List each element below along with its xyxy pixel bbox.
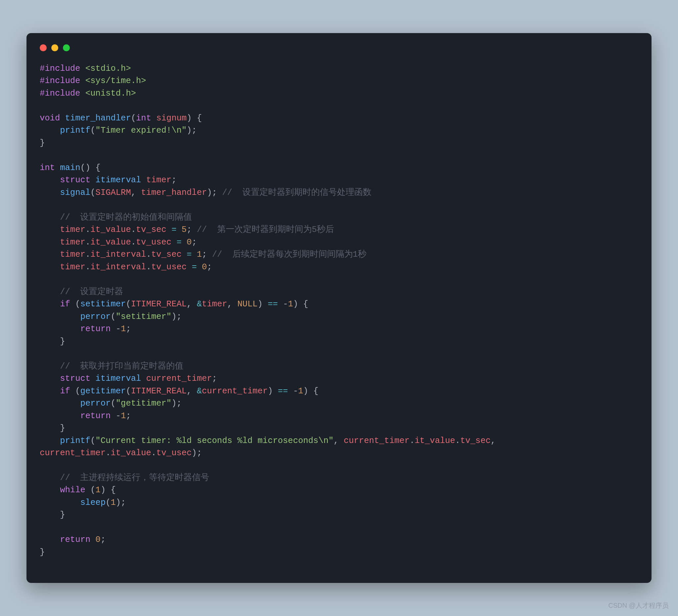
number: 1 bbox=[121, 324, 126, 334]
var: current_timer bbox=[40, 448, 106, 458]
function-name: main bbox=[60, 163, 80, 173]
field: tv_usec bbox=[136, 238, 172, 247]
header: <sys/time.h> bbox=[85, 76, 146, 86]
comment: // 第一次定时器到期时间为5秒后 bbox=[197, 225, 334, 235]
field: it_interval bbox=[90, 250, 146, 259]
keyword: struct bbox=[60, 175, 90, 185]
var: timer bbox=[60, 238, 85, 247]
type: int bbox=[136, 114, 151, 123]
type: itimerval bbox=[96, 374, 141, 383]
number: 1 bbox=[121, 411, 126, 421]
number: 1 bbox=[288, 299, 293, 309]
watermark: CSDN @人才程序员 bbox=[608, 601, 669, 610]
fn-call: perror bbox=[80, 399, 111, 408]
var: timer bbox=[60, 250, 85, 259]
field: tv_sec bbox=[460, 436, 491, 446]
keyword: if bbox=[60, 386, 70, 396]
field: it_value bbox=[111, 448, 151, 458]
keyword: struct bbox=[60, 374, 90, 383]
type: itimerval bbox=[96, 175, 141, 185]
field: it_interval bbox=[90, 262, 146, 272]
field: it_value bbox=[90, 238, 131, 247]
fn-call: printf bbox=[60, 436, 90, 446]
comment: // 设置定时器到期时的信号处理函数 bbox=[222, 188, 371, 198]
number: 5 bbox=[182, 225, 187, 235]
number: 0 bbox=[202, 262, 207, 272]
preproc: #include bbox=[40, 89, 80, 98]
fn-call: getitimer bbox=[80, 386, 126, 396]
arg: timer_handler bbox=[141, 188, 207, 198]
function-name: timer_handler bbox=[65, 114, 131, 123]
comment: // 设置定时器的初始值和间隔值 bbox=[60, 213, 192, 222]
code-block: #include <stdio.h> #include <sys/time.h>… bbox=[40, 63, 638, 559]
keyword: int bbox=[40, 163, 55, 173]
var: timer bbox=[60, 225, 85, 235]
const: SIGALRM bbox=[96, 188, 131, 198]
code-window: #include <stdio.h> #include <sys/time.h>… bbox=[27, 33, 651, 583]
field: it_value bbox=[414, 436, 455, 446]
field: tv_sec bbox=[151, 250, 182, 259]
number: 0 bbox=[96, 535, 100, 544]
param: signum bbox=[156, 114, 187, 123]
window-controls bbox=[40, 44, 638, 51]
fn-call: perror bbox=[80, 312, 111, 322]
arg: current_timer bbox=[202, 386, 268, 396]
var: timer bbox=[60, 262, 85, 272]
close-icon[interactable] bbox=[40, 44, 47, 51]
maximize-icon[interactable] bbox=[63, 44, 70, 51]
string: "Timer expired!\n" bbox=[96, 126, 186, 135]
number: 1 bbox=[298, 386, 303, 396]
number: 0 bbox=[187, 238, 192, 247]
arg: timer bbox=[202, 299, 227, 309]
var: timer bbox=[146, 175, 172, 185]
number: 1 bbox=[197, 250, 201, 259]
header: <stdio.h> bbox=[85, 64, 131, 74]
preproc: #include bbox=[40, 76, 80, 86]
number: 1 bbox=[111, 498, 116, 507]
preproc: #include bbox=[40, 64, 80, 74]
field: it_value bbox=[90, 225, 131, 235]
fn-call: printf bbox=[60, 126, 90, 135]
keyword: return bbox=[80, 411, 111, 421]
fn-call: signal bbox=[60, 188, 90, 198]
field: tv_usec bbox=[151, 262, 187, 272]
const: ITIMER_REAL bbox=[131, 299, 187, 309]
number: 1 bbox=[96, 485, 100, 495]
string: "getitimer" bbox=[116, 399, 172, 408]
string: "Current timer: %ld seconds %ld microsec… bbox=[96, 436, 333, 446]
keyword: while bbox=[60, 485, 85, 495]
const: ITIMER_REAL bbox=[131, 386, 187, 396]
var: current_timer bbox=[146, 374, 212, 383]
fn-call: sleep bbox=[80, 498, 106, 507]
keyword: void bbox=[40, 114, 60, 123]
const: NULL bbox=[237, 299, 258, 309]
field: tv_sec bbox=[136, 225, 166, 235]
fn-call: setitimer bbox=[80, 299, 126, 309]
keyword: return bbox=[60, 535, 90, 544]
comment: // 主进程持续运行，等待定时器信号 bbox=[60, 473, 209, 483]
field: tv_usec bbox=[156, 448, 192, 458]
keyword: return bbox=[80, 324, 111, 334]
comment: // 设置定时器 bbox=[60, 287, 123, 297]
string: "setitimer" bbox=[116, 312, 172, 322]
minimize-icon[interactable] bbox=[51, 44, 58, 51]
header: <unistd.h> bbox=[85, 89, 136, 98]
keyword: if bbox=[60, 299, 70, 309]
comment: // 后续定时器每次到期时间间隔为1秒 bbox=[212, 250, 367, 259]
comment: // 获取并打印当前定时器的值 bbox=[60, 362, 183, 371]
var: current_timer bbox=[344, 436, 410, 446]
